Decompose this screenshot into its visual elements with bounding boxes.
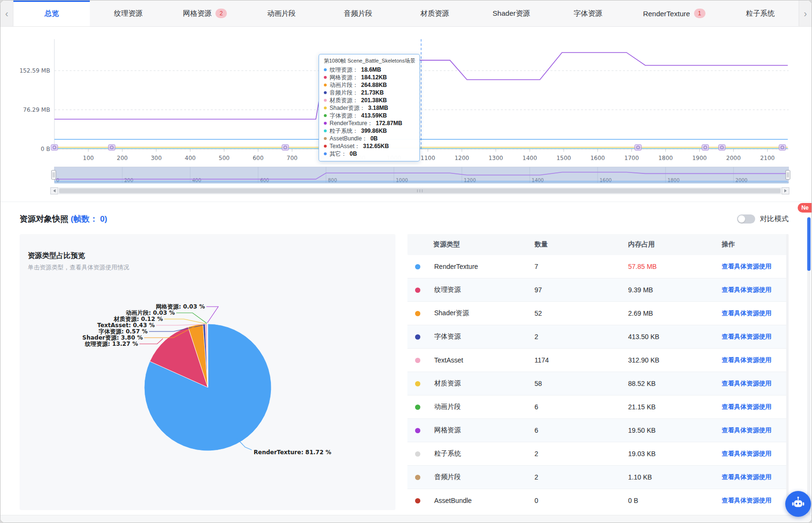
svg-text:0: 0 — [56, 178, 59, 183]
tooltip-row: 动画片段：264.88KB — [324, 81, 415, 89]
table-header-资源类型: 资源类型 — [433, 240, 534, 249]
screenshot-marker-icon[interactable] — [108, 145, 115, 150]
svg-text:600: 600 — [253, 155, 264, 161]
frame-tooltip: 第1080帧 Scene_Battle_Skeletons场景 纹理资源：18.… — [319, 54, 420, 161]
tab-纹理资源[interactable]: 纹理资源 — [90, 0, 166, 26]
resource-type-dot-icon — [415, 264, 420, 269]
table-row-AssetBundle[interactable]: AssetBundle00 B查看具体资源使用 — [407, 489, 789, 510]
svg-text:600: 600 — [260, 178, 269, 183]
resource-pie-chart[interactable]: 网格资源: 0.03 %动画片段: 0.03 %材质资源: 0.12 %Text… — [20, 234, 395, 510]
tooltip-row: 网格资源：184.12KB — [324, 74, 415, 81]
svg-text:1100: 1100 — [421, 155, 435, 161]
cell-memory: 19.50 KB — [628, 427, 722, 434]
view-resource-usage-link[interactable]: 查看具体资源使用 — [722, 262, 789, 271]
tab-材质资源[interactable]: 材质资源 — [396, 0, 473, 26]
tab-Shader资源[interactable]: Shader资源 — [473, 0, 549, 26]
table-row-Shader资源[interactable]: Shader资源522.69 MB查看具体资源使用 — [407, 302, 789, 325]
resource-type-dot-icon — [415, 311, 420, 316]
pie-slice-网格资源[interactable] — [208, 324, 208, 387]
series-dot-icon — [324, 68, 327, 71]
scroll-left-button[interactable] — [51, 188, 58, 194]
table-row-材质资源[interactable]: 材质资源5888.52 KB查看具体资源使用 — [407, 372, 789, 395]
svg-text:152.59 MB: 152.59 MB — [20, 67, 50, 74]
chart-h-scrollbar[interactable] — [51, 188, 789, 194]
tooltip-series-value: 399.86KB — [361, 128, 387, 134]
view-resource-usage-link[interactable]: 查看具体资源使用 — [722, 356, 789, 364]
view-resource-usage-link[interactable]: 查看具体资源使用 — [722, 403, 789, 411]
view-resource-usage-link[interactable]: 查看具体资源使用 — [722, 332, 789, 341]
screenshot-marker-icon[interactable] — [635, 145, 641, 150]
snapshot-header: 资源对象快照(帧数： 0) 对比模式 — [0, 202, 812, 224]
cell-count: 2 — [534, 450, 628, 458]
view-resource-usage-link[interactable]: 查看具体资源使用 — [722, 379, 789, 388]
pie-label: 材质资源: 0.12 % — [113, 316, 163, 322]
minimap-handle-left[interactable] — [52, 171, 56, 180]
tooltip-series-name: 字体资源： — [330, 112, 358, 120]
assistant-robot-button[interactable] — [785, 491, 811, 517]
view-resource-usage-link[interactable]: 查看具体资源使用 — [722, 426, 789, 435]
screenshot-marker-icon[interactable] — [282, 145, 288, 150]
tab-label: 音频片段 — [344, 9, 373, 18]
minimap-handle-right[interactable] — [786, 171, 790, 180]
cell-memory: 57.85 MB — [628, 263, 722, 270]
table-row-音频片段[interactable]: 音频片段21.10 KB查看具体资源使用 — [407, 466, 789, 489]
tab-动画片段[interactable]: 动画片段 — [243, 0, 320, 26]
tab-网格资源[interactable]: 网格资源2 — [167, 0, 243, 26]
cell-memory: 2.69 MB — [628, 310, 722, 317]
svg-text:500: 500 — [219, 155, 230, 161]
tooltip-series-value: 172.87MB — [376, 120, 402, 127]
pie-label: 字体资源: 0.57 % — [98, 328, 148, 335]
resource-type-dot-icon — [415, 498, 420, 503]
pie-leader-line — [164, 319, 206, 324]
table-row-动画片段[interactable]: 动画片段621.15 KB查看具体资源使用 — [407, 395, 789, 419]
cell-count: 2 — [534, 333, 628, 341]
screenshot-marker-icon[interactable] — [779, 145, 786, 150]
table-row-网格资源[interactable]: 网格资源619.50 KB查看具体资源使用 — [407, 419, 789, 442]
table-scrollbar[interactable] — [786, 234, 789, 507]
tooltip-row: 音频片段：21.73KB — [324, 89, 415, 96]
tab-label: 动画片段 — [267, 9, 296, 18]
page-scrollbar[interactable] — [807, 216, 811, 515]
view-resource-usage-link[interactable]: 查看具体资源使用 — [722, 309, 789, 318]
tab-RenderTexture[interactable]: RenderTexture1 — [626, 0, 722, 26]
svg-text:2100: 2100 — [760, 155, 774, 161]
chevron-right-icon[interactable]: › — [799, 0, 812, 26]
tab-音频片段[interactable]: 音频片段 — [320, 0, 396, 26]
screenshot-marker-icon[interactable] — [702, 145, 709, 150]
cell-count: 7 — [534, 263, 628, 270]
chevron-left-icon[interactable]: ‹ — [0, 0, 13, 26]
tooltip-row: 其它：0B — [324, 150, 415, 158]
page-scrollbar-thumb[interactable] — [807, 217, 811, 271]
svg-text:76.29 MB: 76.29 MB — [23, 107, 50, 113]
view-resource-usage-link[interactable]: 查看具体资源使用 — [722, 496, 789, 505]
svg-text:1300: 1300 — [489, 155, 503, 161]
tooltip-series-name: 动画片段： — [330, 81, 358, 89]
tab-badge: 1 — [694, 9, 705, 18]
tab-粒子系统[interactable]: 粒子系统 — [722, 0, 799, 26]
table-body: RenderTexture757.85 MB查看具体资源使用纹理资源979.39… — [407, 255, 789, 510]
resource-type-dot-icon — [415, 381, 420, 386]
resource-type-dot-icon — [415, 475, 420, 480]
chart-minimap[interactable]: 0200400600800100012001400160018002000 — [52, 167, 790, 183]
tab-label: 粒子系统 — [746, 9, 775, 18]
svg-text:1200: 1200 — [455, 155, 469, 161]
table-row-纹理资源[interactable]: 纹理资源979.39 MB查看具体资源使用 — [407, 278, 789, 302]
resource-type-dot-icon — [415, 428, 420, 433]
view-resource-usage-link[interactable]: 查看具体资源使用 — [722, 449, 789, 458]
svg-text:300: 300 — [151, 155, 162, 161]
compare-mode-control: 对比模式 — [737, 214, 789, 224]
screenshot-marker-icon[interactable] — [51, 145, 58, 150]
snapshot-frame-count: (帧数： 0) — [71, 214, 107, 224]
tab-字体资源[interactable]: 字体资源 — [550, 0, 626, 26]
table-row-TextAsset[interactable]: TextAsset1174312.90 KB查看具体资源使用 — [407, 349, 789, 372]
footer-strip — [0, 515, 812, 523]
tab-总览[interactable]: 总览 — [13, 0, 90, 26]
screenshot-marker-icon[interactable] — [718, 145, 725, 150]
view-resource-usage-link[interactable]: 查看具体资源使用 — [722, 286, 789, 294]
view-resource-usage-link[interactable]: 查看具体资源使用 — [722, 473, 789, 481]
table-row-字体资源[interactable]: 字体资源2413.50 KB查看具体资源使用 — [407, 325, 789, 349]
table-row-粒子系统[interactable]: 粒子系统219.03 KB查看具体资源使用 — [407, 442, 789, 466]
compare-mode-toggle[interactable] — [737, 214, 755, 224]
table-row-RenderTexture[interactable]: RenderTexture757.85 MB查看具体资源使用 — [407, 255, 789, 278]
scroll-right-button[interactable] — [782, 188, 789, 194]
